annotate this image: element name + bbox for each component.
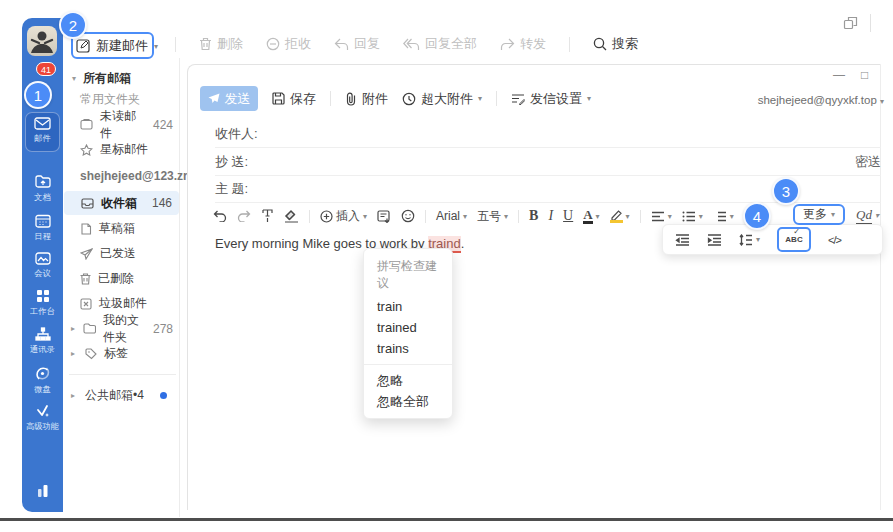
workbench-icon	[22, 289, 63, 303]
search-button[interactable]: 搜索	[593, 35, 638, 53]
toolbar-separator	[518, 210, 519, 223]
caret-right-icon[interactable]: ▸	[71, 349, 78, 358]
annotation-3: 3	[772, 177, 800, 205]
rail-item-contacts[interactable]: 通讯录	[22, 327, 63, 356]
cc-field-row[interactable]: 抄 送: 密送	[215, 148, 881, 176]
italic-button[interactable]: I	[548, 208, 553, 224]
sidebar-item-tags[interactable]: ▸ 标签	[63, 341, 180, 366]
more-button[interactable]: 更多 ▾	[793, 204, 845, 225]
chrome-separator	[870, 14, 871, 32]
source-code-button[interactable]: </>	[828, 234, 841, 246]
font-family-select[interactable]: Arial▾	[436, 209, 467, 223]
send-button[interactable]: 发送	[200, 86, 258, 111]
sidebar-item-my-folders[interactable]: ▸ 我的文件夹 278	[63, 316, 180, 341]
annotation-box-compose	[71, 32, 154, 59]
chevron-down-icon: ▾	[463, 212, 467, 221]
save-button[interactable]: 保存	[272, 90, 316, 108]
numbered-list-button[interactable]: ▾	[713, 211, 734, 222]
reply-button[interactable]: 回复	[334, 35, 380, 53]
spellcheck-popup: 拼写检查建议 train trained trains 忽略 忽略全部	[363, 248, 453, 419]
highlight-button[interactable]: ▾	[610, 209, 630, 223]
rail-item-label: 邮件	[24, 133, 62, 145]
toolbar-separator	[330, 91, 331, 106]
attachment-button[interactable]: 附件	[345, 90, 388, 108]
avatar[interactable]	[27, 26, 57, 56]
search-icon	[593, 37, 607, 51]
minimize-button[interactable]: —	[833, 68, 845, 82]
sidebar-item-starred[interactable]: 星标邮件	[63, 137, 180, 162]
chevron-down-icon: ▾	[756, 235, 760, 244]
bcc-toggle[interactable]: 密送	[855, 153, 881, 171]
sent-icon	[80, 248, 93, 260]
popout-window-icon[interactable]	[843, 16, 858, 31]
notification-dot	[160, 392, 167, 399]
reject-button[interactable]: 拒收	[266, 35, 311, 53]
rail-item-calendar[interactable]: 日程	[22, 214, 63, 243]
maximize-button[interactable]: □	[861, 68, 868, 82]
suggestion-item[interactable]: train	[364, 296, 452, 317]
signature-button[interactable]: Qd ▾	[856, 207, 879, 224]
align-button[interactable]: ▾	[651, 211, 672, 222]
chevron-down-icon: ▾	[875, 211, 879, 220]
drive-icon	[22, 366, 63, 381]
sidebar-item-unread[interactable]: 未读邮件 424	[63, 112, 180, 137]
chevron-down-icon: ▾	[626, 212, 630, 221]
rail-item-advanced[interactable]: 高级功能	[22, 404, 63, 433]
rail-item-drive[interactable]: 微盘	[22, 366, 63, 396]
caret-right-icon[interactable]: ▸	[71, 391, 78, 400]
toolbar-separator	[425, 210, 426, 223]
reply-all-button[interactable]: 回复全部	[403, 35, 477, 53]
template-button[interactable]	[377, 210, 391, 223]
suggestion-item[interactable]: trains	[364, 338, 452, 359]
font-size-select[interactable]: 五号▾	[477, 208, 508, 225]
subject-label: 主 题:	[215, 180, 248, 198]
all-mailboxes-header[interactable]: ▾ 所有邮箱	[63, 62, 180, 88]
undo-button[interactable]	[213, 210, 227, 222]
bold-button[interactable]: B	[529, 208, 538, 224]
large-attachment-icon	[402, 92, 416, 106]
chevron-down-icon: ▾	[831, 210, 835, 219]
annotation-1: 1	[24, 81, 52, 109]
send-settings-button[interactable]: 发信设置 ▾	[511, 90, 591, 108]
sidebar-item-drafts[interactable]: 草稿箱	[63, 216, 180, 241]
insert-menu-button[interactable]: 插入 ▾	[320, 208, 367, 225]
large-attachment-button[interactable]: 超大附件 ▾	[402, 90, 482, 108]
spellcheck-button-highlight[interactable]: ABC	[777, 227, 811, 252]
rail-item-stats[interactable]	[22, 484, 63, 497]
ignore-item[interactable]: 忽略	[364, 370, 452, 391]
folder-sidebar: ▾ 所有邮箱 常用文件夹 未读邮件 424 星标邮件 shejhejeed@12…	[63, 62, 180, 408]
clear-format-button[interactable]	[284, 210, 299, 223]
forward-button[interactable]: 转发	[500, 35, 546, 53]
rail-item-label: 通讯录	[24, 344, 62, 356]
underline-button[interactable]: U	[563, 208, 573, 224]
rail-item-workbench[interactable]: 工作台	[22, 289, 63, 318]
outdent-button[interactable]	[675, 234, 690, 246]
mail-icon	[22, 117, 63, 130]
compose-window-controls: — □	[833, 68, 868, 82]
sidebar-item-deleted[interactable]: 已删除	[63, 266, 180, 291]
suggestion-item[interactable]: trained	[364, 317, 452, 338]
rail-item-label: 会议	[24, 268, 62, 280]
line-spacing-button[interactable]: ▾	[739, 234, 760, 246]
caret-right-icon[interactable]: ▸	[71, 324, 76, 333]
sidebar-item-inbox[interactable]: 收件箱 146	[64, 191, 179, 215]
annotation-2: 2	[59, 11, 87, 39]
font-color-button[interactable]: A▾	[583, 209, 599, 224]
indent-button[interactable]	[707, 234, 722, 246]
rail-item-meeting[interactable]: 会议	[22, 252, 63, 280]
sidebar-item-public-mailbox[interactable]: ▸ 公共邮箱•4	[63, 383, 180, 408]
rail-item-docs[interactable]: 文档	[22, 175, 63, 204]
sidebar-item-sent[interactable]: 已发送	[63, 241, 180, 266]
from-account-selector[interactable]: shejhejeed@qyyxkf.top ▾	[700, 94, 884, 106]
chevron-down-icon: ▾	[587, 94, 591, 103]
format-painter-button[interactable]	[261, 209, 274, 223]
account-section-label[interactable]: shejhejeed@123.zr...	[63, 162, 180, 190]
emoji-button[interactable]	[401, 209, 415, 223]
paperclip-icon	[345, 92, 357, 106]
rail-item-mail[interactable]: 邮件	[22, 117, 63, 145]
ignore-all-item[interactable]: 忽略全部	[364, 391, 452, 412]
bullet-list-button[interactable]: ▾	[682, 211, 703, 222]
redo-button[interactable]	[237, 210, 251, 222]
delete-button[interactable]: 删除	[199, 35, 243, 53]
to-field-row[interactable]: 收件人:	[215, 120, 881, 148]
